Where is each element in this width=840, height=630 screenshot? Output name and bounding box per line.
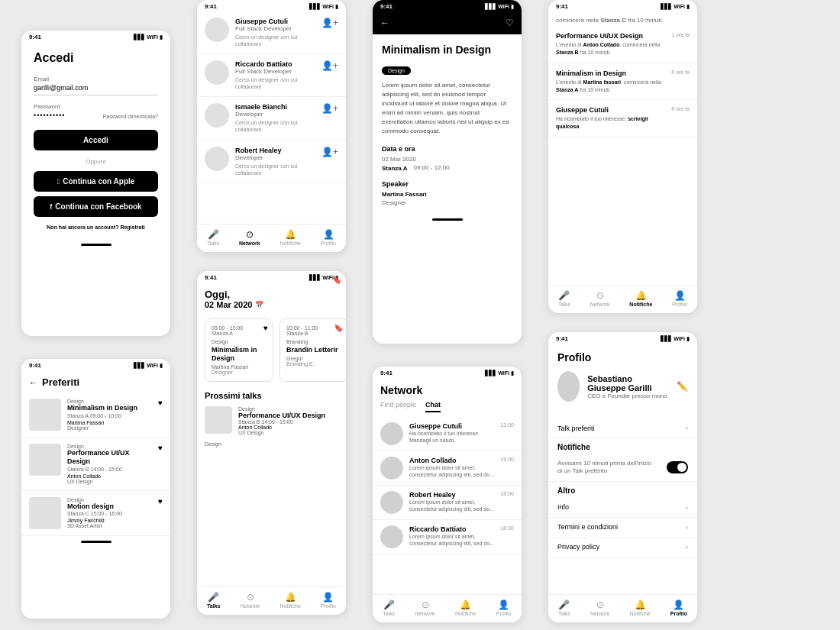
bottom-navigation: 🎤 Talks ⊙ Network 🔔 Notifiche 👤 Profilo	[373, 594, 522, 622]
bookmark-icon[interactable]: 🔖	[332, 276, 341, 284]
list-item[interactable]: Giuseppe Cutuli Full Stack Developer Cer…	[197, 11, 346, 54]
profile-avatar	[557, 371, 580, 402]
status-icons: ▋▋▋ WiFi ▮	[661, 336, 690, 342]
privacy-row[interactable]: Privacy policy ›	[548, 538, 697, 557]
favorite-button[interactable]: ♡	[506, 18, 514, 28]
calendar-icon: 📅	[255, 301, 263, 309]
nav-profilo[interactable]: 👤 Profilo	[670, 599, 687, 616]
nav-notifiche[interactable]: 🔔 Notifiche	[280, 229, 301, 246]
favorite-icon[interactable]: ♥	[263, 324, 268, 332]
nav-notifiche[interactable]: 🔔 Notifiche	[630, 599, 651, 616]
profilo-nav-icon: 👤	[322, 592, 334, 603]
nav-talks[interactable]: 🎤 Talks	[207, 592, 220, 609]
talks-horizontal-scroll[interactable]: 09:00 - 10:00 Stanza A ♥ Design Minimali…	[197, 314, 346, 386]
altro-section: Altro	[548, 482, 697, 498]
nav-talks[interactable]: 🎤 Talks	[207, 229, 219, 246]
email-input[interactable]: garilli@gmail.com	[34, 84, 158, 95]
profile-screen: 9:41 ▋▋▋ WiFi ▮ Profilo Sebastiano Giuse…	[548, 332, 697, 622]
notification-toggle[interactable]	[667, 461, 688, 473]
list-item[interactable]: Robert Healey Lorem ipsum dolor sit amet…	[373, 486, 522, 520]
bookmark-icon[interactable]: 🔖	[334, 324, 343, 332]
nav-talks[interactable]: 🎤 Talks	[558, 599, 570, 616]
register-link[interactable]: Registrati	[120, 225, 144, 230]
list-item[interactable]: Giuseppe Cutuli Ha ricambiato il tuo int…	[373, 417, 522, 451]
nav-profilo[interactable]: 👤 Profilo	[321, 592, 336, 609]
network-chat-screen: 9:41 ▋▋▋ WiFi ▮ Network Find people Chat…	[373, 367, 522, 622]
list-item[interactable]: Anton Collado Lorem ipsum dolor sit amet…	[373, 451, 522, 486]
favorite-icon[interactable]: ♥	[158, 444, 163, 452]
status-time: 9:41	[205, 3, 217, 10]
login-button[interactable]: Accedi	[34, 130, 158, 150]
list-item[interactable]: Design Performance UI/UX Design Stanza B…	[197, 403, 346, 438]
avatar	[205, 147, 229, 171]
prossimi-section-title: Prossimi talks	[197, 386, 346, 403]
talk-preferiti-row[interactable]: Talk preferiti ›	[548, 418, 697, 438]
status-time: 9:41	[556, 335, 568, 342]
avatar	[380, 491, 403, 514]
network-nav-icon: ⊙	[422, 599, 429, 610]
network-tabs: Find people Chat	[380, 401, 514, 412]
status-icons: ▋▋▋ WiFi ▮	[134, 34, 163, 40]
add-person-icon[interactable]: 👤+	[321, 147, 338, 157]
nav-network[interactable]: ⊙ Network	[241, 592, 260, 609]
nav-notifiche[interactable]: 🔔 Notifiche	[280, 592, 301, 609]
date-value: 02 Mar 2020	[382, 156, 512, 163]
talk-info: Design Minimalism in Design Stanza A 09:…	[67, 399, 152, 431]
list-item[interactable]: Robert Healey Developer Cerco un designe…	[197, 141, 346, 183]
nav-notifiche[interactable]: 🔔 Notifiche	[455, 599, 476, 616]
detail-description: Lorem ipsum dolor sit amet, consectetur …	[382, 81, 512, 136]
termini-row[interactable]: Termini e condizioni ›	[548, 518, 697, 538]
wifi-icon: WiFi	[498, 4, 509, 9]
nav-profilo[interactable]: 👤 Profilo	[321, 229, 336, 246]
talk-thumbnail	[29, 497, 61, 529]
avatar	[205, 103, 229, 128]
favorite-icon[interactable]: ♥	[158, 399, 163, 407]
favorite-icon[interactable]: ♥	[158, 497, 163, 506]
talk-card[interactable]: 10:00 - 11:00 Stanza B 🔖 Branding Brandi…	[279, 318, 346, 382]
list-item[interactable]: Design Minimalism in Design Stanza A 09:…	[21, 393, 170, 438]
add-person-icon[interactable]: 👤+	[321, 18, 338, 28]
back-button[interactable]: ←	[29, 378, 37, 387]
talk-thumbnail	[29, 399, 61, 431]
tab-chat[interactable]: Chat	[425, 401, 441, 412]
talk-card[interactable]: 09:00 - 10:00 Stanza A ♥ Design Minimali…	[205, 318, 273, 382]
list-item[interactable]: Minimalism in Design L'evento di Martina…	[548, 63, 697, 101]
nav-talks[interactable]: 🎤 Talks	[558, 290, 570, 307]
room-label: Stanza A	[382, 165, 408, 172]
nav-notifiche[interactable]: 🔔 Notifiche	[629, 290, 652, 307]
list-item[interactable]: Design Performance UI/UX Design Stanza B…	[21, 438, 170, 491]
list-item[interactable]: Performance UI/UX Design L'evento di Ant…	[548, 26, 697, 63]
avatar	[380, 422, 403, 445]
add-person-icon[interactable]: 👤+	[321, 103, 338, 114]
nav-talks[interactable]: 🎤 Talks	[383, 599, 395, 616]
status-icons: ▋▋▋ WiFi ▮	[309, 4, 338, 10]
nav-network[interactable]: ⊙ Network	[590, 599, 610, 616]
back-button[interactable]: ←	[380, 18, 389, 28]
list-item[interactable]: Riccardo Battiato Full Stack Developer C…	[197, 54, 346, 97]
list-item[interactable]: Giuseppe Cutuli Ha ricambiato il tuo int…	[548, 100, 697, 137]
tab-find-people[interactable]: Find people	[380, 401, 416, 412]
apple-login-button[interactable]:  Continua con Apple	[34, 171, 158, 192]
nav-network[interactable]: ⊙ Network	[239, 229, 260, 246]
list-item[interactable]: Riccardo Battiato Lorem ipsum dolor sit …	[373, 520, 522, 554]
nav-network[interactable]: ⊙ Network	[415, 599, 435, 616]
list-item[interactable]: Design Motion design Stanza C 15:00 - 16…	[21, 491, 170, 536]
edit-profile-button[interactable]: ✏️	[677, 381, 688, 392]
password-input[interactable]: ••••••••••	[34, 111, 66, 119]
preferiti-screen: 9:41 ▋▋▋ WiFi ▮ ← Preferiti Design Minim…	[21, 359, 170, 619]
profile-name: Sebastiano Giuseppe Garilli	[587, 374, 669, 393]
nav-profilo[interactable]: 👤 Profilo	[496, 599, 512, 616]
nav-network[interactable]: ⊙ Network	[590, 290, 610, 307]
signal-icon: ▋▋▋	[134, 363, 145, 369]
detail-tag: Design	[382, 66, 411, 75]
profile-title: Profilo	[557, 351, 688, 363]
nav-profilo[interactable]: 👤 Profilo	[672, 290, 687, 307]
info-row[interactable]: Info ›	[548, 498, 697, 518]
add-person-icon[interactable]: 👤+	[321, 60, 338, 71]
status-time: 9:41	[29, 34, 41, 40]
date-section-label: Data e ora	[382, 145, 512, 153]
forgot-password-link[interactable]: Password dimenticata?	[103, 114, 158, 119]
list-item[interactable]: Ismaele Bianchi Developer Cerco un desig…	[197, 97, 346, 140]
facebook-login-button[interactable]: f Continua con Facebook	[34, 196, 158, 217]
network-nav-icon: ⊙	[247, 592, 254, 603]
